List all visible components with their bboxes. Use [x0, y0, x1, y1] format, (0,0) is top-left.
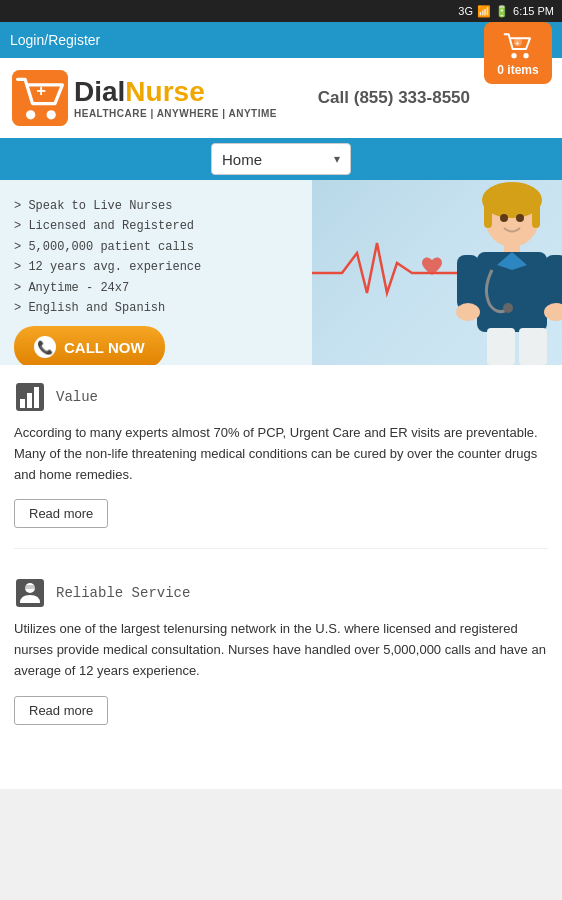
- svg-point-18: [456, 303, 480, 321]
- hero-bullet-1: Speak to Live Nurses: [14, 196, 302, 216]
- svg-rect-11: [532, 198, 540, 228]
- hero-image-bg: [312, 180, 562, 365]
- svg-point-20: [500, 214, 508, 222]
- nav-home-label: Home: [222, 151, 262, 168]
- cart-button[interactable]: + 0 items: [484, 22, 552, 84]
- svg-point-21: [516, 214, 524, 222]
- value-section-title: Value: [56, 389, 98, 405]
- value-section-text: According to many experts almost 70% of …: [14, 423, 548, 485]
- hero-right: [312, 180, 562, 365]
- login-register-link[interactable]: Login/Register: [10, 32, 100, 48]
- svg-text:+: +: [515, 40, 519, 47]
- value-section: Value According to many experts almost 7…: [14, 381, 548, 549]
- phone-area: Call (855) 333-8550: [318, 88, 470, 108]
- svg-rect-16: [457, 255, 479, 310]
- status-bar: 3G 📶 🔋 6:15 PM: [0, 0, 562, 22]
- svg-rect-25: [20, 399, 25, 408]
- svg-rect-26: [27, 393, 32, 408]
- reliable-service-read-more-button[interactable]: Read more: [14, 696, 108, 725]
- content-area: Value According to many experts almost 7…: [0, 365, 562, 789]
- reliable-service-text: Utilizes one of the largest telenursing …: [14, 619, 548, 681]
- cart-icon: +: [502, 29, 534, 61]
- hero-bullet-3: 5,000,000 patient calls: [14, 237, 302, 257]
- svg-text:+: +: [36, 81, 46, 100]
- svg-rect-10: [484, 198, 492, 228]
- logo-tagline: Healthcare | Anywhere | Anytime: [74, 108, 277, 119]
- svg-rect-17: [545, 255, 562, 310]
- svg-rect-23: [519, 328, 547, 365]
- nurse-illustration: [432, 180, 562, 365]
- time-display: 6:15 PM: [513, 5, 554, 17]
- chevron-down-icon: ▾: [334, 152, 340, 166]
- reliable-service-icon: [14, 577, 46, 609]
- phone-number: Call (855) 333-8550: [318, 88, 470, 108]
- value-read-more-button[interactable]: Read more: [14, 499, 108, 528]
- cart-items-count: 0 items: [497, 63, 538, 77]
- phone-circle-icon: 📞: [34, 336, 56, 358]
- hero-bullet-2: Licensed and Registered: [14, 216, 302, 236]
- svg-rect-22: [487, 328, 515, 365]
- signal-bars: 📶: [477, 5, 491, 18]
- svg-rect-27: [34, 387, 39, 408]
- value-section-header: Value: [14, 381, 548, 413]
- nav-bar: Home ▾: [0, 138, 562, 180]
- hero-left: Speak to Live Nurses Licensed and Regist…: [0, 180, 312, 365]
- svg-rect-30: [24, 585, 36, 589]
- svg-point-6: [47, 110, 56, 119]
- value-icon: [14, 381, 46, 413]
- hero-bullets: Speak to Live Nurses Licensed and Regist…: [14, 196, 302, 318]
- hero-bullet-6: English and Spanish: [14, 298, 302, 318]
- bar-chart-icon: [14, 381, 46, 413]
- svg-point-5: [26, 110, 35, 119]
- call-now-button[interactable]: 📞 CALL NOW: [14, 326, 165, 365]
- phone-icon: 📞: [37, 340, 53, 355]
- battery-icon: 🔋: [495, 5, 509, 18]
- logo-area: + DialNurse Healthcare | Anywhere | Anyt…: [12, 70, 277, 126]
- logo-icon: +: [12, 70, 68, 126]
- logo-text-area: DialNurse Healthcare | Anywhere | Anytim…: [74, 77, 277, 119]
- reliable-service-section: Reliable Service Utilizes one of the lar…: [14, 577, 548, 744]
- reliable-service-header: Reliable Service: [14, 577, 548, 609]
- hero-bullet-5: Anytime - 24x7: [14, 278, 302, 298]
- hero-bullet-4: 12 years avg. experience: [14, 257, 302, 277]
- header: + DialNurse Healthcare | Anywhere | Anyt…: [0, 58, 562, 138]
- network-indicator: 3G: [458, 5, 473, 17]
- svg-point-1: [523, 53, 528, 58]
- person-badge-icon: [14, 577, 46, 609]
- logo-dial-text: Dial: [74, 76, 125, 107]
- svg-point-15: [503, 303, 513, 313]
- login-bar: Login/Register: [0, 22, 562, 58]
- call-now-label: CALL NOW: [64, 339, 145, 356]
- hero-banner: Speak to Live Nurses Licensed and Regist…: [0, 180, 562, 365]
- reliable-service-title: Reliable Service: [56, 585, 190, 601]
- svg-point-0: [511, 53, 516, 58]
- logo-nurse-text: Nurse: [125, 76, 204, 107]
- nav-home-dropdown[interactable]: Home ▾: [211, 143, 351, 175]
